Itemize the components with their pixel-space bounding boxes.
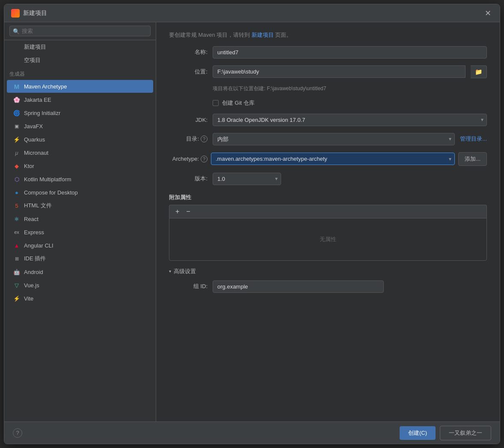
- title-bar: 新建项目 ✕: [4, 4, 500, 22]
- group-id-label: 组 ID:: [169, 283, 208, 290]
- dialog-body: 🔍 新建项目 空项目 生成器 MMaven Archetype🌸Jakarta …: [4, 22, 500, 421]
- git-checkbox[interactable]: [213, 100, 219, 106]
- react-icon: ⚛: [13, 215, 21, 223]
- sidebar-item-empty-project[interactable]: 空项目: [7, 54, 153, 67]
- html-icon: 5: [13, 202, 21, 209]
- archetype-help-icon[interactable]: ?: [201, 156, 208, 162]
- sidebar-item-spring-initializr[interactable]: 🌀Spring Initializr: [7, 106, 153, 119]
- footer-help-button[interactable]: ?: [13, 428, 22, 438]
- catalog-label-group: 目录: ?: [169, 135, 208, 143]
- search-input[interactable]: [9, 26, 151, 36]
- vuejs-icon: ▽: [13, 281, 21, 289]
- add-archetype-button[interactable]: 添加...: [458, 152, 487, 166]
- name-input[interactable]: [213, 46, 487, 59]
- add-prop-button[interactable]: +: [173, 207, 182, 216]
- jdk-row: JDK: 1.8 Oracle OpenJDK version 17.0.7 ▾: [169, 114, 487, 126]
- sidebar-item-maven-archetype[interactable]: MMaven Archetype: [7, 80, 153, 93]
- toggle-arrow-icon: ▾: [169, 269, 171, 274]
- advanced-label: 高级设置: [174, 268, 196, 275]
- sidebar-item-kotlin-multiplatform[interactable]: ⬡Kotlin Multiplatform: [7, 173, 153, 186]
- sidebar-item-express[interactable]: exExpress: [7, 226, 153, 239]
- new-project-icon: [13, 43, 21, 51]
- app-icon: [11, 9, 20, 18]
- sidebar-item-micronaut[interactable]: μMicronaut: [7, 146, 153, 159]
- spring-initializr-icon: 🌀: [13, 109, 21, 117]
- location-label: 位置:: [169, 68, 208, 76]
- version-select[interactable]: 1.0: [213, 173, 281, 185]
- advanced-toggle[interactable]: ▾ 高级设置: [169, 268, 487, 275]
- version-row: 版本: 1.0 ▾: [169, 173, 487, 185]
- sidebar-item-quarkus[interactable]: ⚡Quarkus: [7, 133, 153, 146]
- express-label: Express: [24, 229, 44, 236]
- properties-container: + − 无属性: [169, 205, 487, 261]
- ktor-label: Ktor: [24, 163, 34, 169]
- sidebar-item-vite[interactable]: ⚡Vite: [7, 292, 153, 305]
- angular-cli-icon: ▲: [13, 242, 21, 249]
- close-button[interactable]: ✕: [483, 8, 493, 18]
- remove-prop-button[interactable]: −: [184, 207, 193, 216]
- top-nav: 新建项目 空项目: [4, 40, 156, 67]
- version-label: 版本:: [169, 175, 208, 183]
- catalog-label: 目录:: [186, 135, 199, 143]
- micronaut-label: Micronaut: [24, 150, 48, 156]
- search-icon: 🔍: [13, 28, 20, 34]
- kotlin-multiplatform-icon: ⬡: [13, 175, 21, 183]
- group-id-input[interactable]: [213, 280, 384, 293]
- properties-table: 无属性: [169, 218, 487, 261]
- generators-list: MMaven Archetype🌸Jakarta EE🌀Spring Initi…: [4, 80, 156, 305]
- quarkus-icon: ⚡: [13, 136, 21, 143]
- archetype-input[interactable]: [211, 153, 455, 165]
- manage-button[interactable]: 管理目录...: [460, 135, 487, 143]
- compose-desktop-label: Compose for Desktop: [24, 189, 78, 196]
- jakarta-ee-label: Jakarta EE: [24, 97, 51, 103]
- jdk-label: JDK:: [169, 117, 208, 123]
- sidebar-item-vuejs[interactable]: ▽Vue.js: [7, 279, 153, 292]
- empty-project-label: 空项目: [24, 56, 41, 64]
- search-box: 🔍: [4, 22, 156, 40]
- sidebar-item-ide-plugin[interactable]: ⊞IDE 插件: [7, 252, 153, 265]
- sidebar-item-compose-desktop[interactable]: ●Compose for Desktop: [7, 186, 153, 199]
- sidebar-item-react[interactable]: ⚛React: [7, 212, 153, 225]
- catalog-help-icon[interactable]: ?: [201, 136, 208, 142]
- hint-text: 要创建常规 Maven 项目，请转到 新建项目 页面。: [169, 31, 487, 39]
- sidebar-item-html[interactable]: 5HTML 文件: [7, 199, 153, 212]
- archetype-input-wrapper: ▾: [211, 153, 455, 165]
- android-label: Android: [24, 269, 43, 275]
- dialog-footer: ? 创建(C) 一又叙弟之一: [4, 421, 500, 444]
- path-hint: 项目将在以下位置创建: F:\javaweb\study\untitled7: [213, 85, 487, 92]
- footer-right: 创建(C) 一又叙弟之一: [400, 426, 491, 440]
- ide-plugin-label: IDE 插件: [24, 255, 46, 262]
- archetype-row: Archetype: ? ▾ 添加...: [169, 152, 487, 166]
- maven-archetype-icon: M: [13, 83, 21, 90]
- sidebar-item-android[interactable]: 🤖Android: [7, 265, 153, 278]
- archetype-label-group: Archetype: ?: [169, 156, 208, 162]
- sidebar-item-jakarta-ee[interactable]: 🌸Jakarta EE: [7, 93, 153, 106]
- jakarta-ee-icon: 🌸: [13, 96, 21, 103]
- location-input[interactable]: [213, 65, 465, 78]
- catalog-select[interactable]: 内部: [213, 133, 455, 145]
- sidebar-item-javafx[interactable]: ▣JavaFX: [7, 120, 153, 133]
- search-wrapper: 🔍: [9, 26, 151, 36]
- folder-button[interactable]: 📁: [471, 65, 487, 78]
- generators-section-label: 生成器: [4, 67, 156, 80]
- catalog-row: 目录: ? 内部 ▾ 管理目录...: [169, 133, 487, 145]
- sidebar-item-angular-cli[interactable]: ▲Angular CLI: [7, 239, 153, 252]
- advanced-section: ▾ 高级设置 组 ID:: [169, 268, 487, 293]
- new-project-dialog: 新建项目 ✕ 🔍 新建项目 空项目 生成器: [4, 4, 500, 444]
- sidebar-item-new-project[interactable]: 新建项目: [7, 41, 153, 53]
- cancel-button[interactable]: 一又叙弟之一: [440, 426, 491, 440]
- android-icon: 🤖: [13, 268, 21, 276]
- vuejs-label: Vue.js: [24, 282, 39, 289]
- git-row: 创建 Git 仓库: [213, 99, 487, 107]
- hint-link[interactable]: 新建项目: [252, 32, 274, 38]
- html-label: HTML 文件: [24, 202, 52, 209]
- javafx-icon: ▣: [13, 122, 21, 130]
- git-label: 创建 Git 仓库: [222, 99, 255, 107]
- kotlin-multiplatform-label: Kotlin Multiplatform: [24, 176, 71, 183]
- sidebar-item-ktor[interactable]: ◆Ktor: [7, 159, 153, 172]
- ktor-icon: ◆: [13, 162, 21, 170]
- jdk-select[interactable]: 1.8 Oracle OpenJDK version 17.0.7: [213, 114, 487, 126]
- version-select-wrapper: 1.0 ▾: [213, 173, 281, 185]
- left-panel: 🔍 新建项目 空项目 生成器 MMaven Archetype🌸Jakarta …: [4, 22, 156, 421]
- create-button[interactable]: 创建(C): [400, 426, 436, 440]
